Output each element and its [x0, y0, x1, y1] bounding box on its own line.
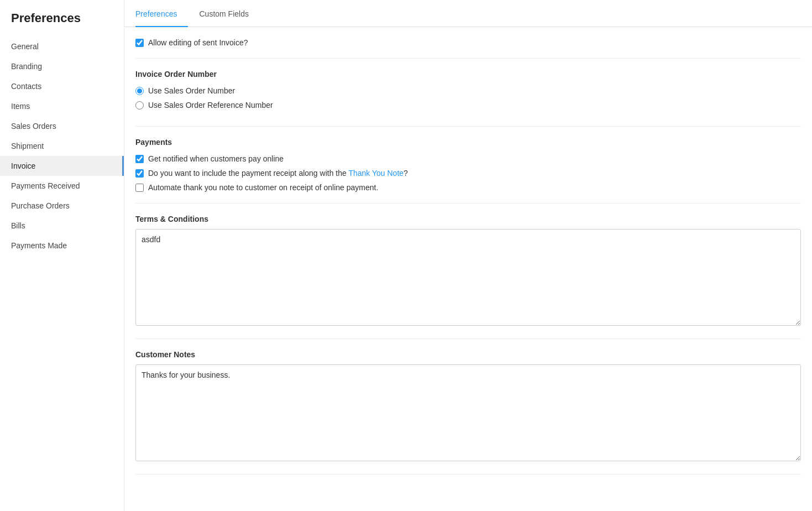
- sidebar-item-general[interactable]: General: [0, 36, 124, 56]
- sidebar-item-sales-orders[interactable]: Sales Orders: [0, 116, 124, 136]
- allow-editing-checkbox[interactable]: [135, 39, 144, 47]
- sidebar-item-branding[interactable]: Branding: [0, 56, 124, 76]
- thank-you-note-link[interactable]: Thank You Note: [348, 169, 404, 178]
- radio-use-sales-order-ref[interactable]: [135, 101, 144, 109]
- sidebar-item-payments-received[interactable]: Payments Received: [0, 176, 124, 196]
- order-number-radios: Use Sales Order NumberUse Sales Order Re…: [135, 86, 801, 109]
- sidebar-item-contacts[interactable]: Contacts: [0, 76, 124, 96]
- radio-label-use-sales-order-ref: Use Sales Order Reference Number: [148, 101, 273, 109]
- notify-pay-online-row[interactable]: Get notified when customers pay online: [135, 154, 801, 163]
- content-area: Allow editing of sent Invoice? Invoice O…: [124, 27, 812, 474]
- tab-custom-fields[interactable]: Custom Fields: [199, 1, 259, 27]
- tab-preferences[interactable]: Preferences: [135, 1, 188, 27]
- allow-editing-row[interactable]: Allow editing of sent Invoice?: [135, 38, 801, 47]
- invoice-editing-section: Allow editing of sent Invoice?: [135, 27, 801, 59]
- notify-pay-online-checkbox[interactable]: [135, 155, 144, 163]
- tabs-bar: PreferencesCustom Fields: [124, 0, 812, 27]
- sidebar-nav: GeneralBrandingContactsItemsSales Orders…: [0, 36, 124, 255]
- payments-title: Payments: [135, 138, 801, 147]
- automate-thank-you-checkbox[interactable]: [135, 184, 144, 192]
- sidebar-item-purchase-orders[interactable]: Purchase Orders: [0, 196, 124, 216]
- sidebar-item-invoice[interactable]: Invoice: [0, 156, 124, 176]
- terms-conditions-textarea[interactable]: [135, 229, 801, 326]
- sidebar-item-items[interactable]: Items: [0, 96, 124, 116]
- payments-section: Payments Get notified when customers pay…: [135, 127, 801, 204]
- terms-conditions-label: Terms & Conditions: [135, 215, 801, 223]
- sidebar-item-bills[interactable]: Bills: [0, 216, 124, 236]
- sidebar-item-shipment[interactable]: Shipment: [0, 136, 124, 156]
- include-receipt-label: Do you want to include the payment recei…: [148, 169, 408, 178]
- radio-label-use-sales-order-number: Use Sales Order Number: [148, 86, 235, 95]
- customer-notes-section: Customer Notes: [135, 339, 801, 474]
- customer-notes-textarea[interactable]: [135, 364, 801, 461]
- invoice-order-number-title: Invoice Order Number: [135, 70, 801, 79]
- include-receipt-row[interactable]: Do you want to include the payment recei…: [135, 169, 801, 178]
- allow-editing-label: Allow editing of sent Invoice?: [148, 38, 248, 47]
- radio-use-sales-order-number[interactable]: [135, 87, 144, 95]
- terms-conditions-section: Terms & Conditions: [135, 204, 801, 339]
- radio-row-use-sales-order-number[interactable]: Use Sales Order Number: [135, 86, 801, 95]
- sidebar-title: Preferences: [0, 11, 124, 36]
- invoice-order-number-section: Invoice Order Number Use Sales Order Num…: [135, 59, 801, 127]
- automate-thank-you-row[interactable]: Automate thank you note to customer on r…: [135, 183, 801, 192]
- sidebar: Preferences GeneralBrandingContactsItems…: [0, 0, 124, 511]
- customer-notes-label: Customer Notes: [135, 350, 801, 359]
- sidebar-item-payments-made[interactable]: Payments Made: [0, 236, 124, 255]
- automate-thank-you-label: Automate thank you note to customer on r…: [148, 183, 378, 192]
- radio-row-use-sales-order-ref[interactable]: Use Sales Order Reference Number: [135, 101, 801, 109]
- include-receipt-checkbox[interactable]: [135, 169, 144, 178]
- main-content: PreferencesCustom Fields Allow editing o…: [124, 0, 812, 511]
- notify-pay-online-label: Get notified when customers pay online: [148, 154, 284, 163]
